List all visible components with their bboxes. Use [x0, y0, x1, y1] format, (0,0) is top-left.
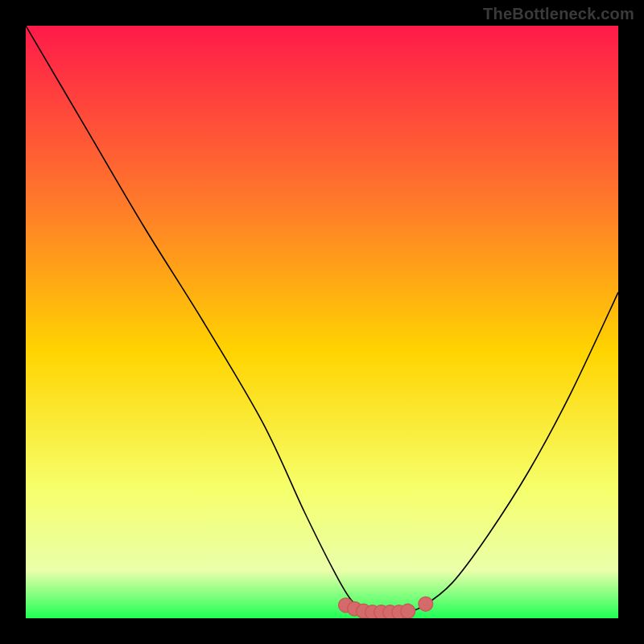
plot-area	[26, 26, 618, 618]
bottleneck-curve	[26, 26, 618, 618]
watermark-text: TheBottleneck.com	[483, 5, 634, 23]
chart-frame: TheBottleneck.com	[0, 0, 644, 644]
curve-marker	[401, 604, 415, 618]
curve-marker	[419, 597, 433, 612]
